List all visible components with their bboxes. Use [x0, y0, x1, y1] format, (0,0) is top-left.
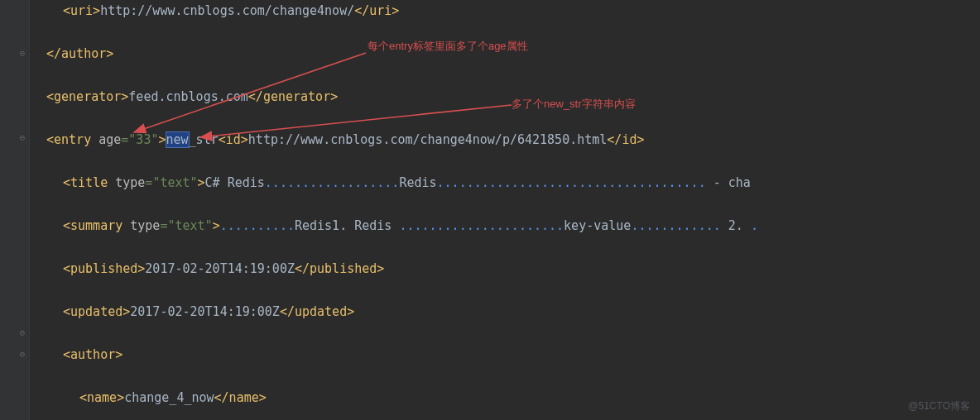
code-line: <entry age="33">new_str<id>http://www.cn… — [35, 129, 980, 150]
code-line: <published>2017-02-20T14:19:00Z</publish… — [35, 258, 980, 279]
fold-marker[interactable]: ⊖ — [18, 134, 26, 142]
xml-attr: type — [108, 175, 145, 190]
xml-tag: <author> — [63, 347, 122, 362]
code-line: <generator>feed.cnblogs.com</generator> — [35, 86, 980, 107]
xml-text: 2017-02-20T14:19:00Z — [145, 261, 295, 276]
code-line: <summary type="text">..........Redis1. R… — [35, 215, 980, 236]
xml-text: change_4_now — [124, 390, 214, 405]
xml-text: http://www.cnblogs.com/change4now/ — [100, 3, 354, 18]
fold-marker[interactable]: ⊖ — [18, 351, 26, 359]
xml-tag: </id> — [607, 132, 644, 147]
xml-tag: <summary — [63, 218, 122, 233]
watermark: @51CTO博客 — [908, 399, 970, 413]
code-line: <author> — [35, 344, 980, 365]
code-line: </author> — [35, 43, 980, 64]
xml-tag: <id> — [219, 132, 248, 147]
xml-tag: <uri> — [63, 3, 100, 18]
code-line: <updated>2017-02-20T14:19:00Z</updated> — [35, 301, 980, 322]
code-editor-content[interactable]: <uri>http://www.cnblogs.com/change4now/<… — [30, 0, 980, 408]
xml-tag: <generator> — [46, 89, 128, 104]
xml-tag: <updated> — [63, 304, 130, 319]
xml-attr-value: "33" — [128, 132, 158, 147]
fold-marker[interactable]: ⊖ — [18, 50, 26, 58]
xml-attr-value: "text" — [167, 218, 212, 233]
code-line: <name>change_4_now</name> — [35, 387, 980, 408]
xml-attr: age — [91, 132, 121, 147]
xml-tag: </name> — [214, 390, 267, 405]
code-line: <uri>http://www.cnblogs.com/change4now/<… — [35, 0, 980, 21]
selected-text: new — [166, 132, 189, 147]
xml-tag: </author> — [46, 46, 113, 61]
xml-text: http://www.cnblogs.com/change4now/p/6421… — [248, 132, 607, 147]
xml-attr: type — [122, 218, 160, 233]
xml-tag: </updated> — [280, 304, 354, 319]
xml-tag: </generator> — [248, 89, 338, 104]
editor-gutter: ⊖ ⊖ ⊖ ⊖ — [0, 0, 30, 420]
xml-tag: <published> — [63, 261, 145, 276]
fold-marker[interactable]: ⊖ — [18, 329, 26, 337]
xml-text: feed.cnblogs.com — [128, 89, 248, 104]
xml-attr-value: "text" — [152, 175, 197, 190]
code-line: <title type="text">C# Redis.............… — [35, 172, 980, 193]
xml-tag: <entry — [46, 132, 91, 147]
xml-text: 2017-02-20T14:19:00Z — [130, 304, 280, 319]
xml-tag: </published> — [295, 261, 384, 276]
xml-tag: <title — [63, 175, 108, 190]
xml-tag: </uri> — [354, 3, 399, 18]
xml-tag: <name> — [79, 390, 124, 405]
